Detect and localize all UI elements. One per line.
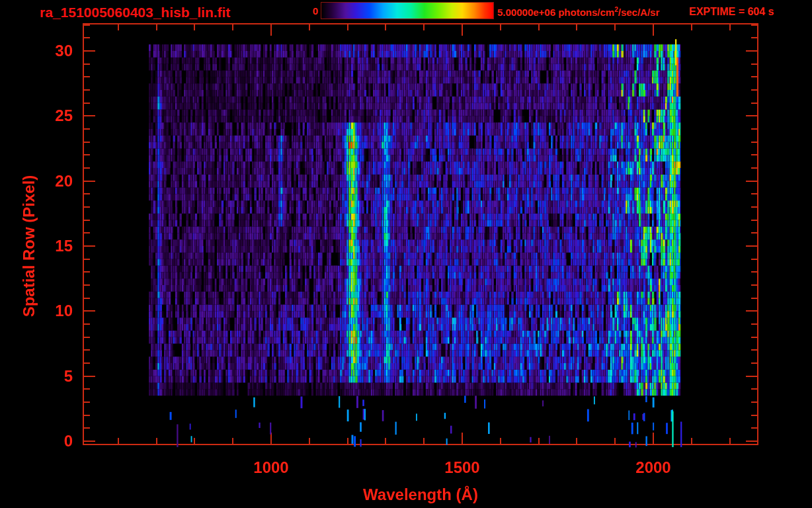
y-tick-label: 0: [25, 432, 73, 450]
y-tick-label: 25: [25, 106, 73, 125]
y-axis-title: Spatial Row (Pixel): [20, 175, 38, 318]
spectrogram-heatmap: [0, 0, 812, 508]
x-tick-label: 1000: [241, 458, 301, 477]
y-tick-label: 5: [25, 367, 73, 386]
x-tick-label: 1500: [432, 458, 492, 477]
x-tick-label: 2000: [624, 458, 683, 477]
y-tick-label: 30: [25, 42, 73, 60]
x-axis-title: Wavelength (Å): [363, 486, 478, 504]
spectrogram-viewer: { "header": { "title": "ra_151005060403_…: [0, 0, 812, 508]
